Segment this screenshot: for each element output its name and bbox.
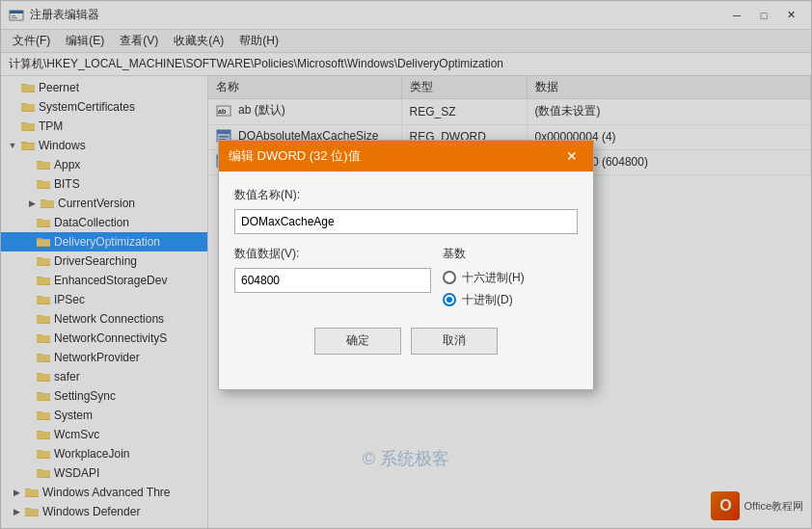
dialog-overlay: 编辑 DWORD (32 位)值 ✕ 数值名称(N): 数值数据(V): 基数: [1, 1, 811, 528]
base-label: 基数: [443, 246, 578, 262]
radio-hex[interactable]: 十六进制(H): [443, 270, 578, 286]
dialog-title-text: 编辑 DWORD (32 位)值: [229, 147, 560, 165]
radio-decimal[interactable]: 十进制(D): [443, 292, 578, 308]
radio-hex-circle: [443, 271, 456, 284]
base-section: 基数 十六进制(H) 十进制(D): [443, 246, 578, 308]
radio-group: 十六进制(H) 十进制(D): [443, 270, 578, 308]
registry-editor-window: 注册表编辑器 ─ □ ✕ 文件(F) 编辑(E) 查看(V) 收藏夹(A) 帮助…: [0, 0, 812, 529]
ok-button[interactable]: 确定: [314, 328, 401, 355]
data-input[interactable]: [234, 268, 431, 293]
dialog-close-button[interactable]: ✕: [560, 145, 583, 168]
value-section: 数值数据(V):: [234, 246, 431, 293]
name-label: 数值名称(N):: [234, 187, 578, 203]
dialog-buttons: 确定 取消: [234, 328, 578, 355]
dialog-body: 数值名称(N): 数值数据(V): 基数 十六进制(H): [219, 172, 593, 366]
radio-decimal-circle: [443, 293, 456, 306]
dialog-title-bar: 编辑 DWORD (32 位)值 ✕: [219, 141, 593, 172]
dialog-row: 数值数据(V): 基数 十六进制(H) 十进制(D): [234, 246, 578, 308]
data-label: 数值数据(V):: [234, 246, 431, 262]
radio-hex-label: 十六进制(H): [462, 270, 525, 286]
cancel-button[interactable]: 取消: [411, 328, 498, 355]
radio-decimal-label: 十进制(D): [462, 292, 513, 308]
edit-dword-dialog: 编辑 DWORD (32 位)值 ✕ 数值名称(N): 数值数据(V): 基数: [218, 140, 594, 390]
name-input[interactable]: [234, 209, 578, 234]
